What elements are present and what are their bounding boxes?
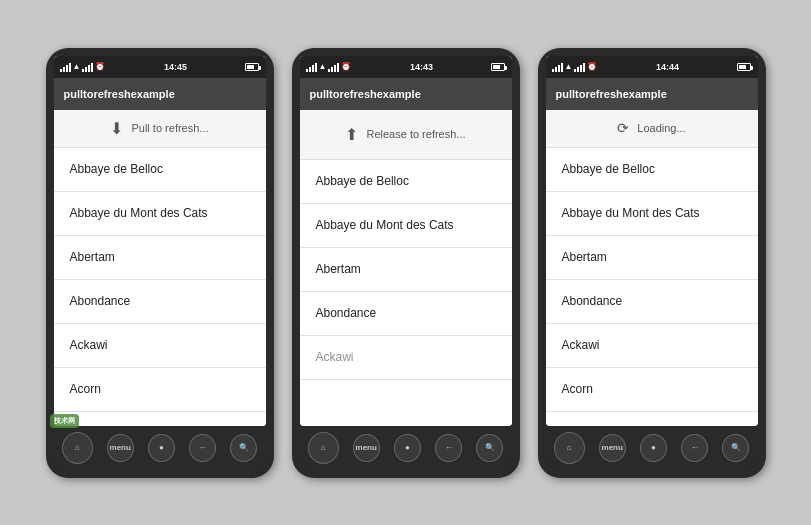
status-bar-left-1: ▲ ⏰ [60,62,106,72]
title-bar-1: pulltorefreshexample [54,78,266,110]
status-bar-1: ▲ ⏰ 14:45 [54,56,266,78]
status-bar-3: ▲ ⏰ 14:44 [546,56,758,78]
bottom-nav-2: ⌂ menu ● ← 🔍 [300,426,512,470]
wifi-icon-2: ▲ [319,62,327,71]
status-time-2: 14:43 [410,62,433,72]
phone-2-screen: ▲ ⏰ 14:43 pulltorefreshexample ⬆ Release… [300,56,512,426]
app-title-2: pulltorefreshexample [310,88,421,100]
list-item[interactable]: Ackawi [54,324,266,368]
list-item-faded[interactable]: Adelost [54,412,266,426]
list-item[interactable]: Ackawi [546,324,758,368]
status-bar-right-1 [245,63,259,71]
list-item[interactable]: Ackawi [300,336,512,380]
search-button-2[interactable]: 🔍 [476,434,503,462]
status-bar-left-3: ▲ ⏰ [552,62,598,72]
list-item[interactable]: Acorn [546,368,758,412]
list-item[interactable]: Abbaye du Mont des Cats [300,204,512,248]
battery-icon-2 [491,63,505,71]
pull-indicator-1[interactable]: ⬇ Pull to refresh... [54,110,266,148]
list-item[interactable]: Abondance [300,292,512,336]
spinner-icon: ⟳ [617,120,629,136]
list-item[interactable]: Abondance [546,280,758,324]
list-item[interactable]: Abertam [546,236,758,280]
alarm-icon-2: ⏰ [341,62,351,71]
home-button-2[interactable]: ⌂ [308,432,339,464]
phone-1-screen: ▲ ⏰ 14:45 pulltorefreshexample ⬇ Pull to… [54,56,266,426]
alarm-icon-1: ⏰ [95,62,105,71]
list-item[interactable]: Abbaye de Belloc [54,148,266,192]
phone-3-screen: ▲ ⏰ 14:44 pulltorefreshexample ⟳ Loading… [546,56,758,426]
signal-icon-3b [574,62,585,72]
search-button-3[interactable]: 🔍 [722,434,749,462]
list-item[interactable]: Abbaye de Belloc [300,160,512,204]
signal-icon-1b [82,62,93,72]
list-item[interactable]: Abbaye du Mont des Cats [54,192,266,236]
loading-label-3: Loading... [637,122,685,134]
signal-icon-1 [60,62,71,72]
status-time-3: 14:44 [656,62,679,72]
list-item[interactable]: Acorn [54,368,266,412]
app-title-3: pulltorefreshexample [556,88,667,100]
status-bar-2: ▲ ⏰ 14:43 [300,56,512,78]
list-item[interactable]: Abbaye du Mont des Cats [546,192,758,236]
pull-arrow-down-icon: ⬇ [110,119,123,138]
release-label-2: Release to refresh... [366,128,465,140]
circle-button-1[interactable]: ● [148,434,175,462]
search-button-1[interactable]: 🔍 [230,434,257,462]
alarm-icon-3: ⏰ [587,62,597,71]
status-bar-right-2 [491,63,505,71]
phone-2: ▲ ⏰ 14:43 pulltorefreshexample ⬆ Release… [292,48,520,478]
wifi-icon-3: ▲ [565,62,573,71]
battery-icon-1 [245,63,259,71]
logo-overlay: 技术网 [50,414,79,428]
list-1: Abbaye de Belloc Abbaye du Mont des Cats… [54,148,266,426]
bottom-nav-1: ⌂ menu ● ← 🔍 [54,426,266,470]
home-button-3[interactable]: ⌂ [554,432,585,464]
home-button-1[interactable]: ⌂ [62,432,93,464]
wifi-icon-1: ▲ [73,62,81,71]
list-item[interactable]: Abertam [300,248,512,292]
back-button-1[interactable]: ← [189,434,216,462]
signal-icon-3 [552,62,563,72]
pull-arrow-up-icon: ⬆ [345,125,358,144]
title-bar-3: pulltorefreshexample [546,78,758,110]
list-2: Abbaye de Belloc Abbaye du Mont des Cats… [300,160,512,426]
list-item[interactable]: Abondance [54,280,266,324]
back-button-3[interactable]: ← [681,434,708,462]
phone-3: ▲ ⏰ 14:44 pulltorefreshexample ⟳ Loading… [538,48,766,478]
menu-button-2[interactable]: menu [353,434,380,462]
menu-button-1[interactable]: menu [107,434,134,462]
battery-icon-3 [737,63,751,71]
loading-indicator-3: ⟳ Loading... [546,110,758,148]
menu-button-3[interactable]: menu [599,434,626,462]
title-bar-2: pulltorefreshexample [300,78,512,110]
app-title-1: pulltorefreshexample [64,88,175,100]
pull-label-1: Pull to refresh... [131,122,208,134]
signal-icon-2b [328,62,339,72]
signal-icon-2 [306,62,317,72]
back-button-2[interactable]: ← [435,434,462,462]
list-3: Abbaye de Belloc Abbaye du Mont des Cats… [546,148,758,426]
list-item[interactable]: Abbaye de Belloc [546,148,758,192]
circle-button-3[interactable]: ● [640,434,667,462]
list-item[interactable]: Abertam [54,236,266,280]
release-indicator-2[interactable]: ⬆ Release to refresh... [300,110,512,160]
status-bar-left-2: ▲ ⏰ [306,62,352,72]
circle-button-2[interactable]: ● [394,434,421,462]
bottom-nav-3: ⌂ menu ● ← 🔍 [546,426,758,470]
status-bar-right-3 [737,63,751,71]
phone-1: ▲ ⏰ 14:45 pulltorefreshexample ⬇ Pull to… [46,48,274,478]
status-time-1: 14:45 [164,62,187,72]
